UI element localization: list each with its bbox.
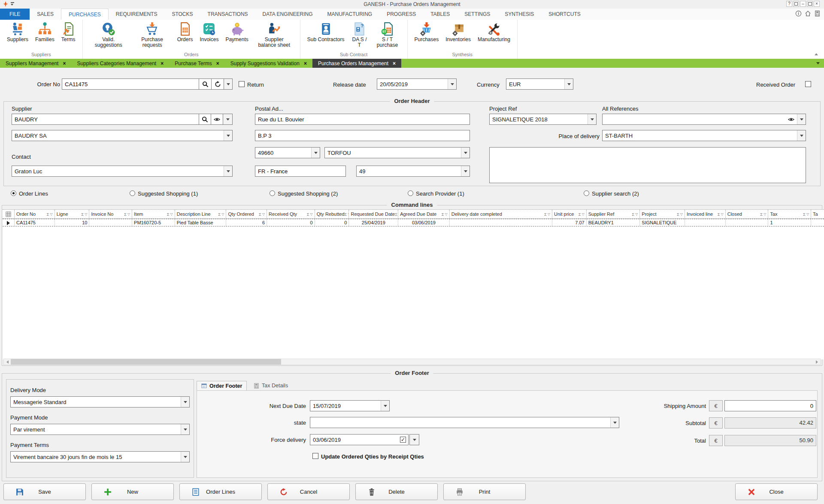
filter-icon[interactable]: ▽: [50, 212, 52, 216]
sum-icon[interactable]: Σ: [345, 212, 347, 217]
sum-icon[interactable]: Σ: [395, 212, 397, 217]
close-tab-icon[interactable]: ×: [216, 60, 219, 66]
received-order-checkbox[interactable]: [805, 81, 811, 87]
ribbon-collapse-icon[interactable]: [815, 53, 818, 55]
sum-icon[interactable]: Σ: [718, 212, 720, 217]
menu-requirements[interactable]: REQUIREMENTS: [109, 9, 165, 20]
menu-synthesis[interactable]: SYNTHESIS: [497, 9, 541, 20]
close-button[interactable]: Close: [735, 483, 818, 500]
all-references-field[interactable]: [602, 114, 806, 125]
department-combo[interactable]: 49: [356, 166, 470, 177]
address1-input[interactable]: [255, 114, 470, 125]
tab-supply-suggestions-validation[interactable]: Supply Suggestions Validation×: [225, 59, 312, 68]
state-combo[interactable]: [310, 417, 619, 428]
grid-col-qty-rebutted[interactable]: Qty RebuttedΣ▽: [315, 210, 349, 218]
dropdown-arrow-icon[interactable]: [224, 166, 232, 176]
close-tab-icon[interactable]: ×: [393, 60, 396, 66]
radio-search-provider-1[interactable]: [408, 190, 413, 196]
filter-icon[interactable]: ▽: [445, 212, 448, 216]
tab-suppliers-categories-management[interactable]: Suppliers Categories Management×: [71, 59, 169, 68]
close-window-button[interactable]: ×: [814, 1, 820, 7]
menu-file[interactable]: FILE: [0, 9, 30, 20]
menu-purchases[interactable]: PURCHASES: [61, 9, 109, 20]
tab-strip-chevron-icon[interactable]: [816, 62, 820, 64]
grid-col-tax[interactable]: TaxΣ▽: [768, 210, 811, 218]
ribbon-manufacturing-button[interactable]: Manufacturing: [474, 21, 514, 43]
close-tab-icon[interactable]: ×: [161, 60, 164, 66]
dropdown-arrow-icon[interactable]: [461, 148, 470, 158]
menu-transactions[interactable]: TRANSACTIONS: [200, 9, 255, 20]
ribbon-purchases-button[interactable]: Purchases: [411, 21, 442, 43]
ribbon-supplier-balance-button[interactable]: Supplier balance sheet: [252, 21, 297, 49]
close-tab-icon[interactable]: ×: [63, 60, 66, 66]
dropdown-arrow-icon[interactable]: [381, 401, 389, 411]
sum-icon[interactable]: Σ: [167, 212, 170, 217]
filter-icon[interactable]: ▽: [170, 212, 173, 216]
grid-col-order-no[interactable]: Order NoΣ▽: [15, 210, 55, 218]
ribbon-pin-button[interactable]: [793, 1, 799, 7]
ribbon-valid-suggestions-button[interactable]: Valid. suggestions: [86, 21, 131, 49]
sum-icon[interactable]: Σ: [803, 212, 806, 217]
grid-col-description-line[interactable]: Description LineΣ▽: [175, 210, 227, 218]
scrollbar-track[interactable]: [281, 359, 813, 365]
filter-icon[interactable]: ▽: [582, 212, 585, 216]
sum-icon[interactable]: Σ: [81, 212, 84, 217]
dropdown-arrow-icon[interactable]: [797, 130, 806, 141]
supplier-dropdown[interactable]: [223, 114, 233, 125]
filter-icon[interactable]: ▽: [635, 212, 638, 216]
grid-col-delivery-date-completed[interactable]: Delivery date completedΣ▽: [450, 210, 552, 218]
scroll-left-arrow[interactable]: [4, 359, 11, 365]
sum-icon[interactable]: Σ: [307, 212, 309, 217]
filter-icon[interactable]: ▽: [85, 212, 87, 216]
zip-combo[interactable]: 49660: [255, 147, 320, 158]
dropdown-arrow-icon[interactable]: [311, 148, 320, 158]
order-notes-field[interactable]: [489, 147, 806, 183]
place-of-delivery-combo[interactable]: ST-BARTH: [602, 130, 806, 141]
menu-shortcuts[interactable]: SHORTCUTS: [541, 9, 588, 20]
filter-icon[interactable]: ▽: [127, 212, 130, 216]
supplier-search-button[interactable]: [199, 114, 211, 125]
menu-tables[interactable]: TABLES: [423, 9, 457, 20]
radio-suggested-shopping-1[interactable]: [130, 190, 135, 196]
menu-manufacturing[interactable]: MANUFACTURING: [320, 9, 379, 20]
delete-button[interactable]: Delete: [355, 483, 438, 500]
ribbon-terms-button[interactable]: Terms: [58, 21, 79, 43]
payment-mode-combo[interactable]: Par virement: [10, 424, 190, 435]
radio-order-lines[interactable]: [11, 190, 16, 196]
dropdown-arrow-icon[interactable]: [181, 397, 189, 407]
sum-icon[interactable]: Σ: [259, 212, 261, 217]
grid-col-project[interactable]: ProjectΣ▽: [640, 210, 685, 218]
filter-icon[interactable]: ▽: [763, 212, 766, 216]
minimize-button[interactable]: –: [800, 1, 806, 7]
dropdown-arrow-icon[interactable]: [610, 417, 619, 428]
sum-icon[interactable]: Σ: [760, 212, 763, 217]
grid-col-qty-ordered[interactable]: Qty OrderedΣ▽: [226, 210, 267, 218]
save-button[interactable]: Save: [3, 483, 86, 500]
sum-icon[interactable]: Σ: [124, 212, 127, 217]
filter-icon[interactable]: ▽: [310, 212, 313, 216]
grid-col-requested-due-date[interactable]: Requested Due DateΣ▽: [349, 210, 398, 218]
update-qties-checkbox[interactable]: [312, 453, 318, 459]
ribbon-purchase-requests-button[interactable]: Purchase requests: [131, 21, 174, 49]
dropdown-arrow-icon[interactable]: [461, 166, 470, 176]
radio-supplier-search-2[interactable]: [584, 190, 589, 196]
country-input[interactable]: [255, 166, 346, 177]
dropdown-arrow-icon[interactable]: [448, 79, 456, 89]
ribbon-inventories-button[interactable]: Inventories: [442, 21, 474, 43]
grid-horizontal-scrollbar[interactable]: [3, 359, 821, 365]
cancel-button[interactable]: Cancel: [267, 483, 350, 500]
info-icon[interactable]: [795, 10, 802, 17]
tab-order-footer[interactable]: Order Footer: [197, 381, 247, 390]
dropdown-arrow-icon[interactable]: [588, 114, 596, 124]
ribbon-st-purchase-button[interactable]: ST S / T purchase: [371, 21, 404, 49]
dropdown-arrow-icon[interactable]: [797, 114, 806, 124]
ribbon-sub-contractors-button[interactable]: Sub Contractors: [304, 21, 348, 43]
dropdown-arrow-icon[interactable]: [181, 452, 189, 462]
sum-icon[interactable]: Σ: [677, 212, 679, 217]
sum-icon[interactable]: Σ: [579, 212, 581, 217]
dropdown-arrow-icon[interactable]: [224, 130, 232, 141]
grid-row-1[interactable]: CA11475 10 PM160720-5 Pied Table Basse 6…: [3, 219, 824, 226]
ribbon-orders-button[interactable]: Orders: [174, 21, 197, 43]
close-tab-icon[interactable]: ×: [304, 60, 307, 66]
address2-input[interactable]: [255, 130, 470, 141]
